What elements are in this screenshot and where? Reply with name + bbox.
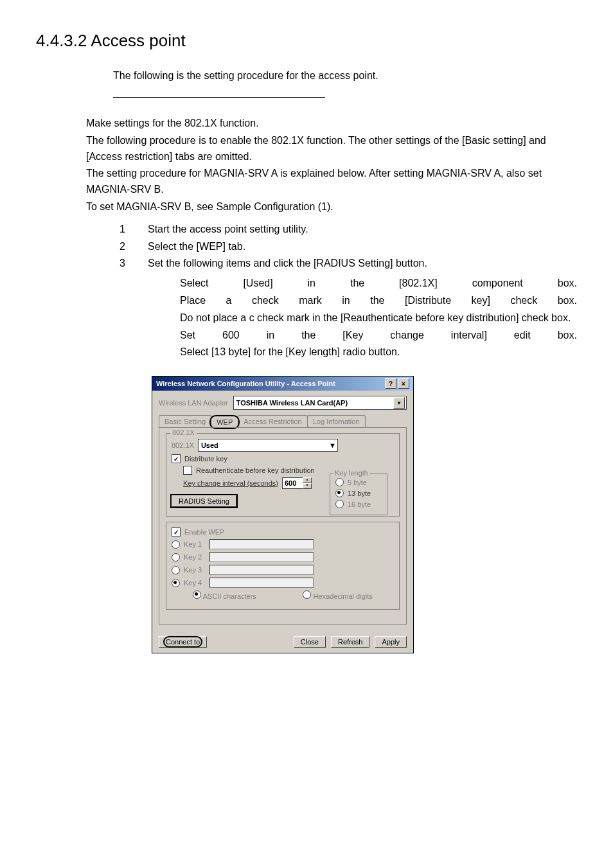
- key4-radio[interactable]: [172, 579, 180, 587]
- connect-to-button[interactable]: Connect to: [159, 636, 207, 648]
- 8021x-combo-value: Used: [201, 441, 218, 449]
- interval-input[interactable]: [283, 479, 303, 488]
- body-p2: The following procedure is to enable the…: [86, 133, 577, 165]
- divider: [113, 97, 325, 98]
- close-button[interactable]: Close: [294, 636, 326, 648]
- tab-wep[interactable]: WEP: [211, 416, 238, 428]
- 8021x-combo[interactable]: Used ▼: [198, 439, 338, 452]
- w: [Distribute: [405, 293, 451, 309]
- enable-wep-checkbox[interactable]: [172, 527, 181, 536]
- 8021x-combo-label: 802.1X: [172, 441, 194, 449]
- hex-label: Hexadecimal digits: [313, 592, 372, 600]
- w: in: [342, 293, 350, 309]
- sub-line-2: Placeacheckmarkinthe[Distributekey]check…: [180, 293, 577, 309]
- key2-radio[interactable]: [172, 553, 180, 562]
- sub-line-1: Select[Used]inthe[802.1X]componentbox.: [180, 276, 577, 292]
- step-3-num: 3: [120, 256, 129, 272]
- key1-radio[interactable]: [172, 540, 180, 549]
- keylen-16-label: 16 byte: [348, 500, 371, 508]
- section-heading: 4.4.3.2 Access point: [36, 31, 577, 51]
- body-p3: The setting procedure for MAGNIA-SRV A i…: [86, 166, 577, 198]
- help-button[interactable]: ?: [385, 378, 396, 389]
- step-3: 3Set the following items and click the […: [120, 256, 577, 272]
- enable-wep-label: Enable WEP: [184, 528, 224, 536]
- keylen-13-label: 13 byte: [348, 490, 371, 497]
- w: in: [267, 328, 274, 344]
- dialog-titlebar[interactable]: Wireless Network Configuration Utility -…: [152, 376, 413, 391]
- key2-input[interactable]: [209, 552, 314, 562]
- adapter-label: Wireless LAN Adapter: [159, 399, 228, 407]
- w: key]: [472, 293, 490, 309]
- step-1-text: Start the access point setting utility.: [148, 222, 308, 238]
- spin-up-icon[interactable]: ▲: [303, 477, 312, 483]
- radius-setting-button[interactable]: RADIUS Setting: [172, 495, 236, 507]
- apply-button[interactable]: Apply: [375, 636, 407, 648]
- w: the: [301, 328, 315, 344]
- w: in: [308, 276, 315, 292]
- reauthenticate-label: Reauthenticate before key distribution: [196, 466, 315, 474]
- keylen-16-radio[interactable]: [335, 500, 344, 508]
- close-x-button[interactable]: ×: [398, 378, 409, 389]
- w: box.: [558, 276, 577, 292]
- spin-down-icon[interactable]: ▼: [303, 483, 312, 489]
- distribute-key-label: Distribute key: [184, 455, 227, 463]
- w: the: [370, 293, 384, 309]
- config-dialog: Wireless Network Configuration Utility -…: [152, 376, 414, 653]
- key3-radio[interactable]: [172, 566, 180, 574]
- connect-to-label: Connect to: [166, 638, 200, 646]
- key-length-legend: Key length: [333, 469, 370, 477]
- w: Set: [180, 328, 195, 344]
- wep-keys-fieldset: Enable WEP Key 1 Key 2 Key 3 Key 4 ASCII…: [166, 522, 400, 610]
- w: [Key: [342, 328, 363, 344]
- w: box.: [558, 328, 577, 344]
- ascii-label: ASCII characters: [203, 592, 256, 600]
- w: edit: [514, 328, 531, 344]
- body-p4: To set MAGNIA-SRV B, see Sample Configur…: [86, 199, 577, 215]
- dialog-title-text: Wireless Network Configuration Utility -…: [156, 380, 335, 387]
- tab-access-restriction[interactable]: Access Restriction: [238, 415, 307, 427]
- tab-basic-setting[interactable]: Basic Setting: [159, 415, 211, 427]
- w: check: [510, 293, 537, 309]
- key2-label: Key 2: [184, 553, 202, 561]
- key4-label: Key 4: [184, 579, 202, 587]
- steps-list: 1Start the access point setting utility.…: [86, 222, 577, 272]
- w: interval]: [451, 328, 487, 344]
- keylen-13-radio[interactable]: [335, 489, 344, 497]
- reauthenticate-checkbox[interactable]: [183, 466, 192, 475]
- hex-radio[interactable]: [303, 590, 311, 599]
- key4-input[interactable]: [209, 578, 314, 588]
- chevron-down-icon[interactable]: ▼: [393, 397, 405, 409]
- w: check: [252, 293, 279, 309]
- w: component: [472, 276, 523, 292]
- w: change: [390, 328, 424, 344]
- w: box.: [558, 293, 577, 309]
- distribute-key-checkbox[interactable]: [172, 454, 181, 463]
- chevron-down-icon[interactable]: ▼: [329, 441, 336, 449]
- w: Place: [180, 293, 206, 309]
- step-1: 1Start the access point setting utility.: [120, 222, 577, 238]
- key1-input[interactable]: [209, 539, 314, 549]
- key-length-fieldset: Key length 5 byte 13 byte 16 byte: [330, 474, 387, 515]
- tab-log-information[interactable]: Log Infomation: [307, 415, 366, 427]
- key3-label: Key 3: [184, 566, 202, 574]
- w: [802.1X]: [399, 276, 438, 292]
- refresh-button[interactable]: Refresh: [331, 636, 370, 648]
- sub-line-5: Select [13 byte] for the [Key length] ra…: [180, 344, 577, 360]
- 8021x-legend: 802.1X: [170, 429, 197, 436]
- w: [Used]: [243, 276, 272, 292]
- interval-label: Key change interval (seconds): [183, 479, 278, 487]
- w: Select: [180, 276, 208, 292]
- step-2: 2Select the [WEP] tab.: [120, 239, 577, 255]
- keylen-5-radio[interactable]: [335, 478, 344, 486]
- interval-spinbox[interactable]: ▲▼: [282, 477, 309, 489]
- adapter-combo[interactable]: TOSHIBA Wireless LAN Card(AP) ▼: [233, 396, 407, 410]
- key3-input[interactable]: [209, 565, 314, 575]
- w: a: [226, 293, 232, 309]
- ascii-radio[interactable]: [193, 590, 201, 599]
- step-2-text: Select the [WEP] tab.: [148, 239, 245, 255]
- w: the: [350, 276, 364, 292]
- key1-label: Key 1: [184, 540, 202, 548]
- keylen-5-label: 5 byte: [348, 479, 367, 486]
- w: mark: [299, 293, 322, 309]
- intro-text: The following is the setting procedure f…: [113, 70, 577, 82]
